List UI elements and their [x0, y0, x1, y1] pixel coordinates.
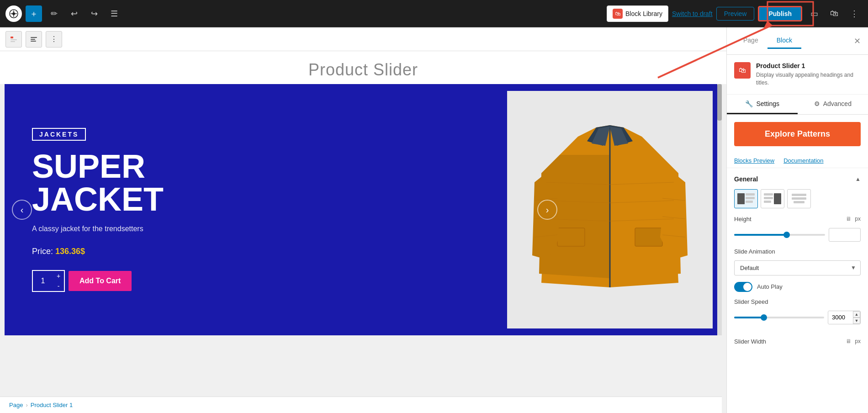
explore-patterns-button[interactable]: Explore Patterns	[734, 122, 861, 146]
settings-icon: 🔧	[745, 100, 753, 107]
editor-toolbar: ⋮	[0, 27, 726, 51]
block-transform-button[interactable]	[5, 31, 22, 48]
height-range-fill	[734, 234, 787, 236]
block-library-icon: 🛍	[613, 9, 623, 19]
speed-range-track[interactable]	[734, 317, 824, 318]
svg-point-1	[12, 12, 15, 15]
auto-play-label: Auto Play	[757, 283, 783, 290]
layout-option-3[interactable]	[787, 189, 811, 208]
editor-scrollbar[interactable]	[717, 84, 722, 335]
quantity-input[interactable]	[33, 271, 53, 291]
add-block-button[interactable]: ＋	[26, 5, 42, 22]
tab-block[interactable]: Block	[767, 33, 801, 49]
chevron-up-icon: ▲	[855, 176, 861, 182]
product-slider: ‹ JACKETS SUPER JACKET A classy jacket f…	[5, 84, 722, 335]
main-area: ⋮ Product Slider ‹ JACKETS SUPER JACKET …	[0, 27, 868, 413]
breadcrumb-page-link[interactable]: Page	[9, 402, 23, 408]
auto-play-row: Auto Play	[734, 282, 861, 292]
quantity-wrapper: + -	[32, 270, 65, 292]
svg-rect-6	[31, 39, 35, 40]
height-label: Height	[734, 216, 842, 222]
slider-speed-input[interactable]: 3000	[828, 311, 853, 324]
block-style-button[interactable]	[26, 31, 42, 48]
svg-rect-7	[31, 41, 36, 42]
layout-option-2[interactable]	[761, 189, 784, 208]
tools-button[interactable]: ✏	[46, 5, 62, 22]
slide-title-line1: SUPER	[32, 148, 145, 185]
toolbar-right: 🛍 Block Library Switch to draft Preview …	[607, 5, 863, 22]
sidebar-links: Blocks Preview Documentation	[727, 154, 868, 168]
slide-animation-select[interactable]: Default	[734, 260, 861, 275]
slide-title: SUPER JACKET	[32, 150, 480, 216]
slider-width-monitor-icon: 🖥	[846, 338, 851, 344]
svg-rect-9	[557, 228, 585, 246]
page-title-area: Product Slider	[0, 51, 726, 84]
add-to-cart-button[interactable]: Add To Cart	[69, 271, 132, 291]
slide-animation-select-wrapper: Default ▼	[734, 260, 861, 275]
layout-options	[734, 189, 861, 208]
slide-content: JACKETS SUPER JACKET A classy jacket for…	[5, 110, 507, 310]
svg-rect-2	[11, 37, 13, 38]
preview-button[interactable]: Preview	[716, 7, 755, 21]
publish-button[interactable]: Publish	[758, 6, 802, 21]
block-description: Display visually appealing headings and …	[756, 71, 861, 87]
general-section-title: General	[734, 175, 758, 183]
slider-next-button[interactable]: ›	[537, 200, 557, 220]
height-input[interactable]	[829, 228, 861, 242]
general-section-header[interactable]: General ▲	[734, 175, 861, 183]
advanced-tab-label: Advanced	[823, 100, 852, 107]
quantity-increase-button[interactable]: +	[53, 271, 64, 281]
layout-option-1[interactable]	[734, 189, 758, 208]
wp-logo[interactable]	[5, 5, 22, 22]
block-library-label: Block Library	[625, 10, 662, 17]
auto-play-toggle[interactable]	[734, 282, 752, 292]
block-info-text: Product Slider 1 Display visually appeal…	[756, 62, 861, 87]
toggle-knob	[743, 283, 752, 291]
list-view-button[interactable]: ☰	[106, 5, 122, 22]
speed-decrease-button[interactable]: ▼	[853, 318, 860, 324]
documentation-link[interactable]: Documentation	[783, 157, 823, 164]
speed-range-fill	[734, 317, 764, 318]
height-range-track[interactable]	[734, 234, 825, 236]
block-library-button[interactable]: 🛍 Block Library	[607, 5, 668, 22]
sidebar-toggle-button[interactable]: ▭	[806, 5, 822, 22]
sidebar-tabs: Page Block	[734, 33, 801, 49]
tab-page[interactable]: Page	[734, 33, 767, 49]
tab-settings[interactable]: 🔧 Settings	[727, 95, 798, 114]
slider-width-unit: px	[855, 338, 861, 344]
advanced-icon: ⚙	[814, 100, 820, 107]
quantity-decrease-button[interactable]: -	[53, 281, 64, 291]
speed-increase-button[interactable]: ▲	[853, 311, 860, 318]
svg-rect-5	[31, 37, 37, 38]
quantity-buttons: + -	[53, 271, 64, 291]
more-options-button[interactable]: ⋮	[846, 5, 863, 22]
slider-width-row: Slider Width 🖥 px	[727, 338, 868, 352]
more-block-options-button[interactable]: ⋮	[46, 31, 62, 48]
slider-speed-row: Slider Speed	[734, 298, 861, 305]
slider-speed-label: Slider Speed	[734, 298, 861, 305]
redo-button[interactable]: ↪	[86, 5, 102, 22]
height-range-thumb[interactable]	[783, 232, 790, 238]
sidebar-header: Page Block ✕	[727, 27, 868, 55]
close-sidebar-button[interactable]: ✕	[854, 36, 861, 46]
svg-rect-3	[11, 39, 17, 40]
speed-range-thumb[interactable]	[761, 314, 767, 321]
breadcrumb-item-link[interactable]: Product Slider 1	[31, 402, 73, 408]
slide-title-line2: JACKET	[32, 181, 164, 217]
editor-area: ⋮ Product Slider ‹ JACKETS SUPER JACKET …	[0, 27, 726, 413]
slide-animation-label: Slide Animation	[734, 248, 861, 255]
tab-advanced[interactable]: ⚙ Advanced	[798, 95, 868, 114]
top-toolbar: ＋ ✏ ↩ ↪ ☰ 🛍 Block Library Switch to draf…	[0, 0, 868, 27]
slider-prev-button[interactable]: ‹	[12, 200, 32, 220]
undo-button[interactable]: ↩	[66, 5, 82, 22]
breadcrumb: Page › Product Slider 1	[0, 397, 722, 413]
block-icon: 🛍	[734, 62, 751, 79]
blocks-preview-link[interactable]: Blocks Preview	[734, 157, 774, 164]
switch-to-draft-button[interactable]: Switch to draft	[672, 10, 713, 17]
block-info-area: 🛍 Product Slider 1 Display visually appe…	[727, 55, 868, 95]
slider-width-label: Slider Width	[734, 338, 842, 345]
settings-tabs: 🔧 Settings ⚙ Advanced	[727, 95, 868, 115]
monitor-icon: 🖥	[846, 216, 851, 222]
cart-button[interactable]: 🛍	[826, 5, 842, 22]
slide-description: A classy jacket for the trendsetters	[32, 225, 480, 233]
